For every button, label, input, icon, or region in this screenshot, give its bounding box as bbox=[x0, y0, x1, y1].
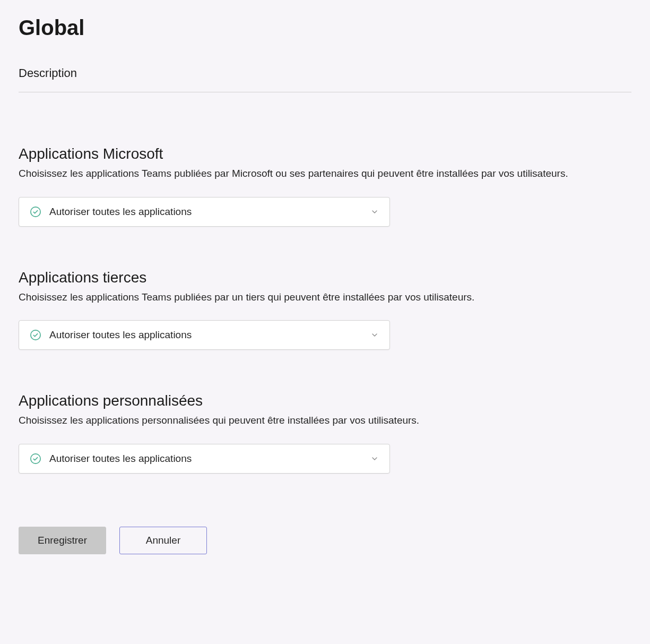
microsoft-apps-dropdown-value: Autoriser toutes les applications bbox=[49, 206, 192, 218]
divider bbox=[19, 92, 631, 92]
custom-apps-section: Applications personnalisées Choisissez l… bbox=[19, 392, 631, 474]
third-party-apps-heading: Applications tierces bbox=[19, 269, 631, 286]
checkmark-circle-icon bbox=[30, 453, 41, 465]
chevron-down-icon bbox=[370, 208, 379, 216]
cancel-button[interactable]: Annuler bbox=[119, 527, 207, 554]
third-party-apps-section: Applications tierces Choisissez les appl… bbox=[19, 269, 631, 350]
third-party-apps-dropdown-value: Autoriser toutes les applications bbox=[49, 329, 192, 341]
button-row: Enregistrer Annuler bbox=[19, 527, 631, 554]
svg-point-0 bbox=[31, 207, 40, 216]
microsoft-apps-dropdown[interactable]: Autoriser toutes les applications bbox=[19, 197, 390, 227]
description-label: Description bbox=[19, 66, 631, 87]
checkmark-circle-icon bbox=[30, 206, 41, 218]
microsoft-apps-heading: Applications Microsoft bbox=[19, 145, 631, 162]
microsoft-apps-description: Choisissez les applications Teams publié… bbox=[19, 167, 631, 181]
svg-point-1 bbox=[31, 330, 40, 340]
svg-point-2 bbox=[31, 454, 40, 463]
save-button[interactable]: Enregistrer bbox=[19, 527, 106, 554]
chevron-down-icon bbox=[370, 331, 379, 339]
chevron-down-icon bbox=[370, 454, 379, 463]
description-section: Description bbox=[19, 66, 631, 87]
checkmark-circle-icon bbox=[30, 329, 41, 341]
third-party-apps-description: Choisissez les applications Teams publié… bbox=[19, 290, 631, 305]
page-title: Global bbox=[19, 16, 631, 40]
custom-apps-dropdown-value: Autoriser toutes les applications bbox=[49, 453, 192, 465]
custom-apps-description: Choisissez les applications personnalisé… bbox=[19, 414, 631, 428]
custom-apps-dropdown[interactable]: Autoriser toutes les applications bbox=[19, 444, 390, 474]
third-party-apps-dropdown[interactable]: Autoriser toutes les applications bbox=[19, 320, 390, 350]
custom-apps-heading: Applications personnalisées bbox=[19, 392, 631, 409]
microsoft-apps-section: Applications Microsoft Choisissez les ap… bbox=[19, 145, 631, 227]
